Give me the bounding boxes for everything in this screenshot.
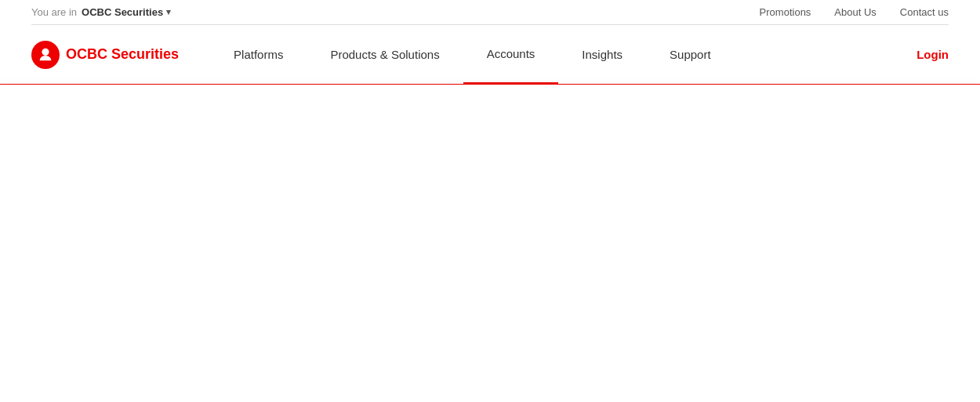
- top-bar-left: You are in OCBC Securities ▾: [31, 6, 171, 18]
- nav-items: Platforms Products & Solutions Accounts …: [210, 25, 893, 84]
- top-bar: You are in OCBC Securities ▾ Promotions …: [0, 0, 980, 24]
- nav-platforms[interactable]: Platforms: [210, 26, 307, 83]
- nav-insights[interactable]: Insights: [558, 26, 646, 83]
- svg-point-0: [42, 48, 49, 55]
- contact-us-link[interactable]: Contact us: [900, 6, 949, 18]
- logo-securities: Securities: [107, 46, 179, 62]
- you-are-in-label: You are in: [31, 6, 77, 18]
- accounts-dropdown: Securities Basic Trading Account › Secur…: [0, 84, 980, 85]
- logo-area[interactable]: OCBC Securities: [31, 30, 179, 80]
- login-button[interactable]: Login: [893, 26, 949, 83]
- promotions-link[interactable]: Promotions: [760, 6, 811, 18]
- brand-name: OCBC Securities: [82, 6, 163, 18]
- brand-chevron: ▾: [166, 7, 171, 17]
- logo-svg: [37, 46, 54, 63]
- about-us-link[interactable]: About Us: [834, 6, 876, 18]
- logo-ocbc: OCBC: [66, 46, 107, 62]
- logo-icon: [31, 41, 60, 69]
- nav-products[interactable]: Products & Solutions: [307, 26, 463, 83]
- main-nav: OCBC Securities Platforms Products & Sol…: [0, 25, 980, 85]
- top-bar-right: Promotions About Us Contact us: [760, 6, 949, 18]
- nav-support[interactable]: Support: [646, 26, 735, 83]
- brand-link[interactable]: OCBC Securities ▾: [82, 6, 171, 18]
- nav-accounts[interactable]: Accounts: [463, 25, 559, 84]
- logo-text: OCBC Securities: [66, 46, 179, 63]
